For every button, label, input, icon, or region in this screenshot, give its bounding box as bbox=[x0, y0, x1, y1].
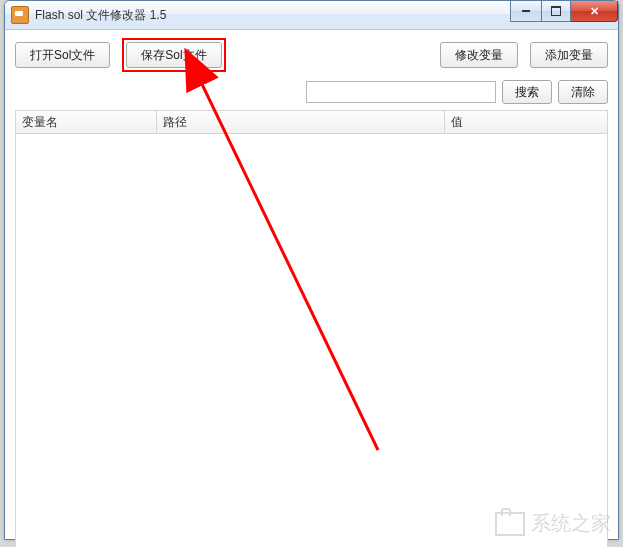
column-header-path[interactable]: 路径 bbox=[157, 111, 445, 133]
table-header: 变量名 路径 值 bbox=[16, 111, 607, 134]
window-controls bbox=[510, 1, 618, 22]
maximize-button[interactable] bbox=[542, 1, 571, 22]
clear-button[interactable]: 清除 bbox=[558, 80, 608, 104]
variable-table: 变量名 路径 值 bbox=[15, 110, 608, 547]
column-header-value[interactable]: 值 bbox=[445, 111, 607, 133]
toolbar-row: 打开Sol文件 保存Sol文件 修改变量 添加变量 bbox=[15, 38, 608, 72]
window-title: Flash sol 文件修改器 1.5 bbox=[35, 7, 166, 24]
search-input[interactable] bbox=[306, 81, 496, 103]
app-window: Flash sol 文件修改器 1.5 打开Sol文件 保存Sol文件 修改变量… bbox=[4, 0, 619, 540]
open-sol-button[interactable]: 打开Sol文件 bbox=[15, 42, 110, 68]
titlebar[interactable]: Flash sol 文件修改器 1.5 bbox=[5, 1, 618, 30]
modify-variable-button[interactable]: 修改变量 bbox=[440, 42, 518, 68]
add-variable-button[interactable]: 添加变量 bbox=[530, 42, 608, 68]
search-row: 搜索 清除 bbox=[15, 80, 608, 104]
minimize-button[interactable] bbox=[510, 1, 542, 22]
client-area: 打开Sol文件 保存Sol文件 修改变量 添加变量 搜索 清除 变量名 路径 值 bbox=[5, 30, 618, 547]
column-header-name[interactable]: 变量名 bbox=[16, 111, 157, 133]
close-button[interactable] bbox=[571, 1, 618, 22]
annotation-highlight: 保存Sol文件 bbox=[122, 38, 225, 72]
table-body[interactable] bbox=[16, 134, 607, 547]
save-sol-button[interactable]: 保存Sol文件 bbox=[126, 42, 221, 68]
search-button[interactable]: 搜索 bbox=[502, 80, 552, 104]
app-icon bbox=[11, 6, 29, 24]
